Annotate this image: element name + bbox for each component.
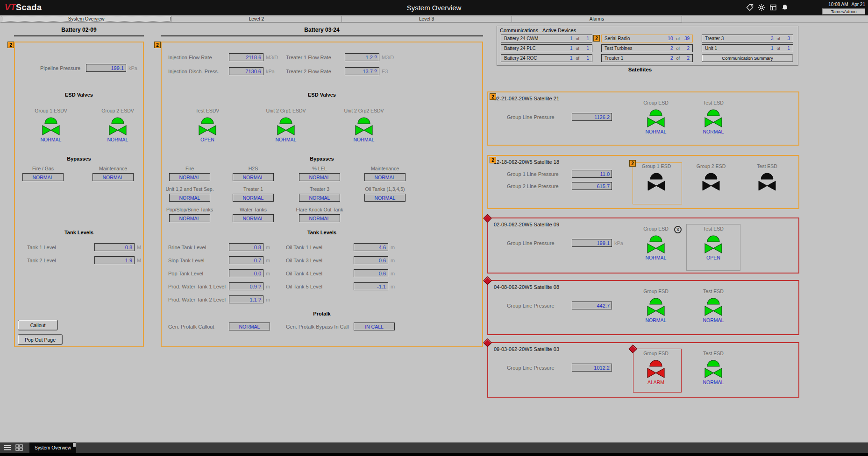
valve-icon[interactable]: [197, 116, 218, 135]
device-cell-treater1[interactable]: Treater 12of2: [601, 54, 693, 62]
field-label: Gen. Protalk Callout: [168, 324, 229, 330]
tank-value[interactable]: 0.0: [229, 269, 263, 277]
bypass-status[interactable]: NORMAL: [169, 194, 210, 202]
valve-icon[interactable]: [107, 116, 128, 135]
valve-icon[interactable]: [276, 116, 296, 135]
alarm-count-badge[interactable]: 2: [490, 157, 496, 163]
valve-status: NORMAL: [703, 317, 724, 323]
valve-icon[interactable]: [757, 171, 777, 191]
satellite-title: 12-18-062-20W5 Satellite 18: [494, 159, 559, 165]
bypass-h2s: H2SNORMAL: [225, 166, 281, 181]
treater1-flow-value[interactable]: 1.2 ?: [345, 53, 379, 61]
tank2-value[interactable]: 1.9: [94, 256, 135, 264]
tank-value[interactable]: -1.1: [354, 282, 388, 290]
valve-icon[interactable]: [703, 358, 724, 378]
unit-label: E3: [382, 69, 388, 74]
protalk-status[interactable]: NORMAL: [229, 323, 270, 330]
communication-summary-button[interactable]: Communication Summary: [702, 54, 793, 62]
device-cell-unit1[interactable]: Unit 11of1: [702, 44, 793, 52]
bypass-status[interactable]: NORMAL: [233, 194, 274, 202]
tank1-row: Tank 1 Level 0.8 M: [27, 243, 141, 251]
callout-button[interactable]: Callout: [18, 320, 58, 330]
bypass-status[interactable]: NORMAL: [299, 173, 340, 181]
tank1-value[interactable]: 0.8: [94, 243, 135, 251]
pop-out-page-button[interactable]: Pop Out Page: [18, 334, 63, 345]
valve-icon[interactable]: [703, 296, 724, 316]
injection-press-value[interactable]: 7130.6: [229, 67, 263, 75]
report-icon[interactable]: [769, 4, 777, 11]
valve-icon[interactable]: [646, 171, 667, 191]
pressure-value[interactable]: 442.7: [572, 302, 612, 309]
oil-tank5-row: Oil Tank 5 Level-1.1m: [286, 282, 395, 290]
pressure-value[interactable]: 11.0: [572, 170, 612, 178]
tiles-icon[interactable]: [15, 444, 23, 451]
bypass-treater3: Treater 3NORMAL: [292, 186, 348, 202]
pressure-value[interactable]: 1126.2: [572, 113, 612, 121]
test-esd: Test ESD NORMAL: [688, 351, 739, 385]
bypass-status[interactable]: NORMAL: [299, 214, 340, 222]
bypass-status[interactable]: NORMAL: [169, 214, 210, 222]
bell-icon[interactable]: [781, 4, 789, 11]
alarm-count-badge[interactable]: 2: [593, 35, 600, 42]
valve-icon[interactable]: [646, 108, 666, 127]
protalk-status[interactable]: IN CALL: [354, 323, 395, 330]
device-cell-battery24-roc[interactable]: Battery 24 ROC1of1: [501, 54, 592, 62]
alarm-count-badge[interactable]: 2: [154, 42, 161, 48]
tab-alarms[interactable]: Alarms: [512, 16, 682, 22]
device-cell-battery24-plc[interactable]: Battery 24 PLC1of1: [501, 44, 592, 52]
valve-icon[interactable]: [646, 296, 666, 316]
bypass-status[interactable]: NORMAL: [169, 173, 210, 181]
tank-value[interactable]: 0.7: [229, 256, 263, 264]
valve-icon[interactable]: [41, 116, 61, 135]
valve-icon[interactable]: [354, 116, 374, 135]
menu-icon[interactable]: [4, 444, 11, 451]
taskbar-tab-system-overview[interactable]: System Overview: [29, 442, 76, 453]
pressure-value[interactable]: 615.7: [572, 182, 612, 190]
injection-flow-value[interactable]: 2118.6: [229, 53, 263, 61]
valve-icon[interactable]: [646, 234, 666, 253]
tab-level-3[interactable]: Level 3: [342, 16, 512, 22]
valve-status: NORMAL: [41, 137, 62, 142]
bypass-status[interactable]: NORMAL: [22, 173, 64, 181]
alarm-count-badge[interactable]: 2: [490, 93, 496, 100]
group1-esdv: Group 1 ESDV NORMAL: [23, 108, 79, 142]
alarm-count-badge[interactable]: 2: [629, 160, 636, 167]
user-badge[interactable]: TamesAdmin: [822, 8, 865, 14]
device-cell-battery24-cwm[interactable]: Battery 24 CWM1of1: [501, 35, 592, 42]
alarm-count-badge[interactable]: 2: [7, 42, 14, 48]
bypass-status[interactable]: NORMAL: [92, 173, 134, 181]
satellite-title: 09-03-062-20W5 Satellite 03: [494, 346, 559, 352]
tab-system-overview[interactable]: System Overview: [1, 16, 171, 22]
valve-label: Group 1 ESD: [642, 163, 671, 169]
tank-value[interactable]: 0.9 ?: [229, 282, 263, 290]
treater2-flow-value[interactable]: 13.7 ?: [345, 67, 379, 75]
bypass-status[interactable]: NORMAL: [364, 194, 406, 202]
valve-icon[interactable]: [701, 171, 721, 191]
tank-value[interactable]: 0.6: [354, 256, 388, 264]
valve-icon[interactable]: [703, 108, 724, 127]
pressure-value[interactable]: 1012.2: [572, 364, 612, 372]
tank-value[interactable]: 4.6: [354, 243, 388, 251]
disabled-marker-icon[interactable]: X: [674, 226, 682, 233]
device-cell-serial-radio[interactable]: 2Serial Radio10of39: [601, 35, 693, 42]
tank-value[interactable]: -0.8: [229, 243, 263, 251]
device-cell-treater3[interactable]: Treater 33of3: [702, 35, 793, 42]
field-label: Slop Tank Level: [168, 258, 229, 263]
tools-icon[interactable]: [758, 4, 765, 11]
bypass-status[interactable]: NORMAL: [233, 214, 274, 222]
valve-icon[interactable]: [703, 234, 724, 253]
tag-icon[interactable]: [746, 4, 754, 11]
valve-label: Group 1 ESDV: [35, 108, 67, 113]
device-cell-test-turbines[interactable]: Test Turbines2of2: [601, 44, 693, 52]
bypass-status[interactable]: NORMAL: [364, 173, 406, 181]
bypass-status[interactable]: NORMAL: [299, 194, 340, 202]
pressure-value[interactable]: 199.1: [572, 239, 612, 247]
tank-value[interactable]: 0.6: [354, 269, 388, 277]
tab-level-2[interactable]: Level 2: [171, 16, 342, 22]
bypass-status[interactable]: NORMAL: [233, 173, 274, 181]
valve-icon[interactable]: [646, 358, 666, 378]
pipeline-pressure-value[interactable]: 199.1: [86, 64, 126, 72]
field-label: Tank 2 Level: [27, 258, 94, 263]
tank-value[interactable]: 1.1 ?: [229, 295, 263, 303]
time-label: 10:08 AM: [828, 2, 848, 7]
